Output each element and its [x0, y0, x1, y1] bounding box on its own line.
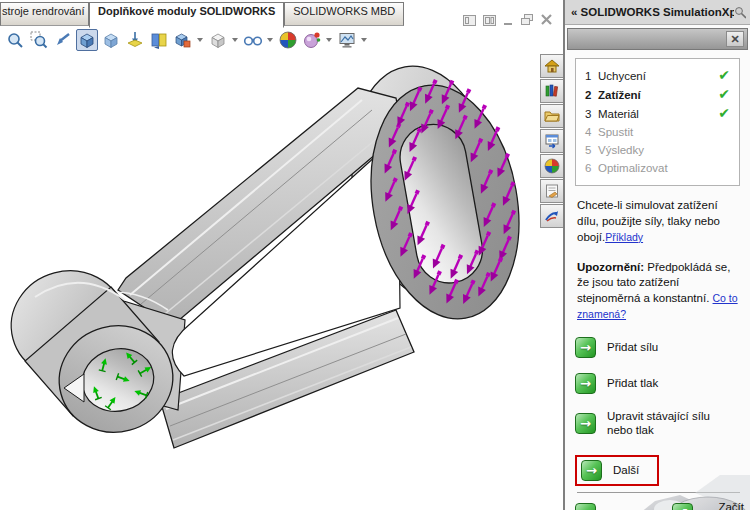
close-icon[interactable] [541, 14, 553, 26]
step-optimalizovat: 6Optimalizovat [585, 159, 730, 177]
home-icon[interactable] [540, 54, 563, 78]
restart-button[interactable]: ↺ Začít znovu [672, 501, 744, 510]
tab-addins[interactable]: Doplňkové moduly SOLIDWORKS [89, 2, 284, 28]
wizard-body: 1Uchycení✔ 2Zatížení✔ 3Materiál✔ 4Spusti… [565, 50, 750, 510]
display-style-icon[interactable] [207, 29, 229, 51]
view-orientation-icon[interactable] [76, 29, 98, 51]
panel-title: « SOLIDWORKS SimulationXp... [571, 6, 734, 18]
custom-properties-icon[interactable] [540, 179, 563, 203]
edit-appearance-dropdown-icon[interactable] [326, 38, 332, 42]
green-restart-arrow-icon: ↺ [672, 503, 693, 510]
tile-window-icon[interactable] [483, 15, 496, 26]
appearances-dropdown-icon[interactable] [197, 38, 203, 42]
tab-render-tools[interactable]: stroje rendrování [0, 2, 89, 26]
wizard-footer: ← Zpět ↺ Začít znovu [565, 492, 750, 510]
wizard-close-icon[interactable]: ✕ [726, 31, 744, 47]
step-zatizeni: 2Zatížení✔ [585, 85, 730, 104]
previous-view-icon[interactable] [52, 29, 74, 51]
apply-scene-dropdown-icon[interactable] [361, 38, 367, 42]
wizard-steps: 1Uchycení✔ 2Zatížení✔ 3Materiál✔ 4Spusti… [575, 58, 740, 186]
view-settings-icon[interactable] [148, 29, 170, 51]
display-style-dropdown-icon[interactable] [232, 38, 238, 42]
part-model [0, 52, 563, 510]
zoom-to-area-icon[interactable] [28, 29, 50, 51]
add-force-button[interactable]: → Přidat sílu [575, 337, 744, 358]
cascade-window-icon[interactable] [463, 15, 476, 26]
minimize-icon[interactable] [503, 15, 514, 26]
appearances-icon[interactable] [172, 29, 194, 51]
apply-scene-icon[interactable] [336, 29, 358, 51]
task-pane-header: « SOLIDWORKS SimulationXp... [565, 0, 750, 25]
add-pressure-button[interactable]: → Přidat tlak [575, 373, 744, 394]
pin-icon[interactable] [734, 6, 746, 19]
step-spustit: 4Spustit [585, 123, 730, 141]
task-pane-strip [540, 54, 563, 229]
graphics-area[interactable] [0, 52, 563, 510]
green-back-arrow-icon: ← [575, 503, 596, 510]
green-arrow-icon: → [581, 460, 602, 481]
restore-icon[interactable] [521, 14, 534, 26]
window-controls [463, 14, 553, 26]
warning-text: Upozornění: Předpokládá se, že jsou tato… [577, 260, 738, 323]
back-button[interactable]: ← Zpět [575, 503, 628, 510]
step-material: 3Materiál✔ [585, 104, 730, 123]
workspace: stroje rendrování Doplňkové moduly SOLID… [0, 0, 563, 510]
edit-existing-button[interactable]: → Upravit stávající sílu nebo tlak [575, 409, 744, 438]
realview-icon[interactable] [277, 29, 299, 51]
design-library-icon[interactable] [540, 79, 563, 103]
zoom-to-fit-icon[interactable] [4, 29, 26, 51]
step-uchyceni: 1Uchycení✔ [585, 66, 730, 85]
hide-show-dropdown-icon[interactable] [267, 38, 273, 42]
check-icon: ✔ [718, 66, 730, 84]
step-vysledky: 5Výsledky [585, 141, 730, 159]
wizard-titlebar: ✕ [567, 28, 748, 50]
action-buttons: → Přidat sílu → Přidat tlak → Upravit st… [575, 337, 744, 492]
commandmanager-tabs: stroje rendrování Doplňkové moduly SOLID… [0, 0, 563, 27]
footer-nav: ← Zpět ↺ Začít znovu [565, 501, 750, 510]
examples-link[interactable]: Příklady [605, 231, 643, 243]
green-arrow-icon: → [575, 373, 596, 394]
green-arrow-icon: → [575, 337, 596, 358]
check-icon: ✔ [718, 85, 730, 103]
edit-appearance-icon[interactable] [301, 29, 323, 51]
section-view-icon[interactable] [124, 29, 146, 51]
hide-show-items-icon[interactable] [242, 29, 264, 51]
intro-text: Chcete-li simulovat zatížení dílu, použi… [577, 198, 738, 246]
appearances-scenes-icon[interactable] [540, 154, 563, 178]
green-arrow-icon: → [575, 413, 596, 434]
check-icon: ✔ [718, 104, 730, 122]
solidworks-window: stroje rendrování Doplňkové moduly SOLID… [0, 0, 750, 510]
tab-solidworks-mbd[interactable]: SOLIDWORKS MBD [284, 2, 404, 26]
view-palette-icon[interactable] [540, 129, 563, 153]
solidworks-forum-icon[interactable] [540, 204, 563, 228]
file-explorer-icon[interactable] [540, 104, 563, 128]
simulationxpress-panel: « SOLIDWORKS SimulationXp... ✕ 1Uchycení… [563, 0, 750, 510]
display-style-shaded-icon[interactable] [100, 29, 122, 51]
heads-up-view-toolbar [0, 27, 563, 52]
